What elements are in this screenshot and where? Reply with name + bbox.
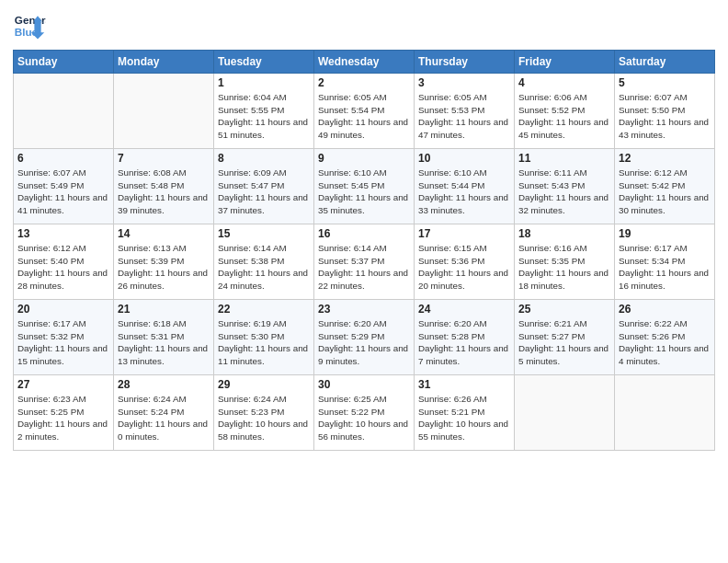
calendar-cell: 21Sunrise: 6:18 AM Sunset: 5:31 PM Dayli… bbox=[114, 300, 214, 375]
calendar-cell: 2Sunrise: 6:05 AM Sunset: 5:54 PM Daylig… bbox=[314, 74, 415, 149]
main-container: General Blue SundayMondayTuesdayWednesda… bbox=[0, 0, 728, 458]
day-info: Sunrise: 6:08 AM Sunset: 5:48 PM Dayligh… bbox=[118, 167, 210, 217]
day-info: Sunrise: 6:12 AM Sunset: 5:42 PM Dayligh… bbox=[619, 167, 711, 217]
calendar-cell: 27Sunrise: 6:23 AM Sunset: 5:25 PM Dayli… bbox=[14, 375, 114, 451]
day-info: Sunrise: 6:17 AM Sunset: 5:34 PM Dayligh… bbox=[619, 242, 711, 293]
day-info: Sunrise: 6:13 AM Sunset: 5:39 PM Dayligh… bbox=[118, 242, 210, 293]
day-number: 11 bbox=[518, 152, 610, 165]
day-info: Sunrise: 6:22 AM Sunset: 5:26 PM Dayligh… bbox=[619, 317, 711, 368]
day-number: 25 bbox=[518, 303, 610, 316]
calendar-cell: 14Sunrise: 6:13 AM Sunset: 5:39 PM Dayli… bbox=[114, 224, 214, 300]
day-header-saturday: Saturday bbox=[615, 51, 715, 74]
calendar-body: 1Sunrise: 6:04 AM Sunset: 5:55 PM Daylig… bbox=[14, 74, 715, 451]
day-info: Sunrise: 6:04 AM Sunset: 5:55 PM Dayligh… bbox=[218, 91, 310, 142]
calendar-cell: 13Sunrise: 6:12 AM Sunset: 5:40 PM Dayli… bbox=[14, 224, 114, 300]
day-header-friday: Friday bbox=[515, 51, 615, 74]
calendar-header: SundayMondayTuesdayWednesdayThursdayFrid… bbox=[14, 51, 715, 74]
calendar-cell: 30Sunrise: 6:25 AM Sunset: 5:22 PM Dayli… bbox=[314, 375, 415, 451]
day-number: 21 bbox=[118, 303, 210, 316]
week-row-1: 6Sunrise: 6:07 AM Sunset: 5:49 PM Daylig… bbox=[14, 149, 715, 224]
calendar-cell: 29Sunrise: 6:24 AM Sunset: 5:23 PM Dayli… bbox=[214, 375, 314, 451]
day-info: Sunrise: 6:21 AM Sunset: 5:27 PM Dayligh… bbox=[518, 317, 610, 368]
calendar-cell: 12Sunrise: 6:12 AM Sunset: 5:42 PM Dayli… bbox=[615, 149, 715, 224]
calendar-cell bbox=[515, 375, 615, 451]
day-header-sunday: Sunday bbox=[14, 51, 114, 74]
day-number: 23 bbox=[318, 303, 410, 316]
calendar-cell bbox=[14, 74, 114, 149]
day-number: 20 bbox=[17, 303, 109, 316]
day-number: 13 bbox=[17, 227, 109, 240]
day-number: 31 bbox=[418, 378, 510, 391]
logo-icon: General Blue bbox=[13, 9, 46, 42]
day-info: Sunrise: 6:12 AM Sunset: 5:40 PM Dayligh… bbox=[17, 242, 109, 293]
day-number: 12 bbox=[619, 152, 711, 165]
day-info: Sunrise: 6:24 AM Sunset: 5:24 PM Dayligh… bbox=[118, 393, 210, 443]
day-info: Sunrise: 6:20 AM Sunset: 5:29 PM Dayligh… bbox=[318, 317, 410, 368]
day-number: 30 bbox=[318, 378, 410, 391]
calendar-cell: 6Sunrise: 6:07 AM Sunset: 5:49 PM Daylig… bbox=[14, 149, 114, 224]
day-info: Sunrise: 6:16 AM Sunset: 5:35 PM Dayligh… bbox=[518, 242, 610, 293]
day-info: Sunrise: 6:26 AM Sunset: 5:21 PM Dayligh… bbox=[418, 393, 510, 443]
calendar-cell: 10Sunrise: 6:10 AM Sunset: 5:44 PM Dayli… bbox=[415, 149, 515, 224]
day-info: Sunrise: 6:09 AM Sunset: 5:47 PM Dayligh… bbox=[218, 167, 310, 217]
day-info: Sunrise: 6:10 AM Sunset: 5:44 PM Dayligh… bbox=[418, 167, 510, 217]
day-number: 18 bbox=[518, 227, 610, 240]
calendar-cell: 9Sunrise: 6:10 AM Sunset: 5:45 PM Daylig… bbox=[314, 149, 415, 224]
header: General Blue bbox=[13, 9, 715, 42]
week-row-4: 27Sunrise: 6:23 AM Sunset: 5:25 PM Dayli… bbox=[14, 375, 715, 451]
day-info: Sunrise: 6:14 AM Sunset: 5:38 PM Dayligh… bbox=[218, 242, 310, 293]
day-info: Sunrise: 6:10 AM Sunset: 5:45 PM Dayligh… bbox=[318, 167, 410, 217]
day-info: Sunrise: 6:23 AM Sunset: 5:25 PM Dayligh… bbox=[17, 393, 109, 443]
day-number: 14 bbox=[118, 227, 210, 240]
calendar-cell bbox=[615, 375, 715, 451]
calendar-cell: 7Sunrise: 6:08 AM Sunset: 5:48 PM Daylig… bbox=[114, 149, 214, 224]
calendar-cell: 19Sunrise: 6:17 AM Sunset: 5:34 PM Dayli… bbox=[615, 224, 715, 300]
calendar-cell: 31Sunrise: 6:26 AM Sunset: 5:21 PM Dayli… bbox=[415, 375, 515, 451]
calendar-cell: 16Sunrise: 6:14 AM Sunset: 5:37 PM Dayli… bbox=[314, 224, 415, 300]
day-number: 24 bbox=[418, 303, 510, 316]
calendar-cell: 20Sunrise: 6:17 AM Sunset: 5:32 PM Dayli… bbox=[14, 300, 114, 375]
calendar-cell: 1Sunrise: 6:04 AM Sunset: 5:55 PM Daylig… bbox=[214, 74, 314, 149]
day-number: 9 bbox=[318, 152, 410, 165]
day-info: Sunrise: 6:15 AM Sunset: 5:36 PM Dayligh… bbox=[418, 242, 510, 293]
day-number: 26 bbox=[619, 303, 711, 316]
calendar-cell: 26Sunrise: 6:22 AM Sunset: 5:26 PM Dayli… bbox=[615, 300, 715, 375]
day-info: Sunrise: 6:07 AM Sunset: 5:50 PM Dayligh… bbox=[619, 91, 711, 142]
day-number: 28 bbox=[118, 378, 210, 391]
day-number: 1 bbox=[218, 76, 310, 89]
day-number: 10 bbox=[418, 152, 510, 165]
day-number: 22 bbox=[218, 303, 310, 316]
day-info: Sunrise: 6:18 AM Sunset: 5:31 PM Dayligh… bbox=[118, 317, 210, 368]
day-header-thursday: Thursday bbox=[415, 51, 515, 74]
day-info: Sunrise: 6:14 AM Sunset: 5:37 PM Dayligh… bbox=[318, 242, 410, 293]
day-info: Sunrise: 6:25 AM Sunset: 5:22 PM Dayligh… bbox=[318, 393, 410, 443]
calendar-cell: 17Sunrise: 6:15 AM Sunset: 5:36 PM Dayli… bbox=[415, 224, 515, 300]
day-number: 15 bbox=[218, 227, 310, 240]
day-header-monday: Monday bbox=[114, 51, 214, 74]
header-row: SundayMondayTuesdayWednesdayThursdayFrid… bbox=[14, 51, 715, 74]
day-number: 4 bbox=[518, 76, 610, 89]
calendar-cell bbox=[114, 74, 214, 149]
week-row-3: 20Sunrise: 6:17 AM Sunset: 5:32 PM Dayli… bbox=[14, 300, 715, 375]
calendar-cell: 11Sunrise: 6:11 AM Sunset: 5:43 PM Dayli… bbox=[515, 149, 615, 224]
day-info: Sunrise: 6:24 AM Sunset: 5:23 PM Dayligh… bbox=[218, 393, 310, 443]
calendar-cell: 3Sunrise: 6:05 AM Sunset: 5:53 PM Daylig… bbox=[415, 74, 515, 149]
calendar-cell: 25Sunrise: 6:21 AM Sunset: 5:27 PM Dayli… bbox=[515, 300, 615, 375]
day-number: 27 bbox=[17, 378, 109, 391]
day-number: 19 bbox=[619, 227, 711, 240]
day-info: Sunrise: 6:19 AM Sunset: 5:30 PM Dayligh… bbox=[218, 317, 310, 368]
day-number: 3 bbox=[418, 76, 510, 89]
calendar-cell: 24Sunrise: 6:20 AM Sunset: 5:28 PM Dayli… bbox=[415, 300, 515, 375]
week-row-0: 1Sunrise: 6:04 AM Sunset: 5:55 PM Daylig… bbox=[14, 74, 715, 149]
day-number: 7 bbox=[118, 152, 210, 165]
calendar-cell: 15Sunrise: 6:14 AM Sunset: 5:38 PM Dayli… bbox=[214, 224, 314, 300]
logo: General Blue bbox=[13, 9, 46, 42]
calendar-cell: 18Sunrise: 6:16 AM Sunset: 5:35 PM Dayli… bbox=[515, 224, 615, 300]
day-number: 17 bbox=[418, 227, 510, 240]
calendar-cell: 28Sunrise: 6:24 AM Sunset: 5:24 PM Dayli… bbox=[114, 375, 214, 451]
day-info: Sunrise: 6:20 AM Sunset: 5:28 PM Dayligh… bbox=[418, 317, 510, 368]
calendar-cell: 8Sunrise: 6:09 AM Sunset: 5:47 PM Daylig… bbox=[214, 149, 314, 224]
calendar-table: SundayMondayTuesdayWednesdayThursdayFrid… bbox=[13, 50, 715, 451]
day-number: 8 bbox=[218, 152, 310, 165]
day-info: Sunrise: 6:05 AM Sunset: 5:54 PM Dayligh… bbox=[318, 91, 410, 142]
